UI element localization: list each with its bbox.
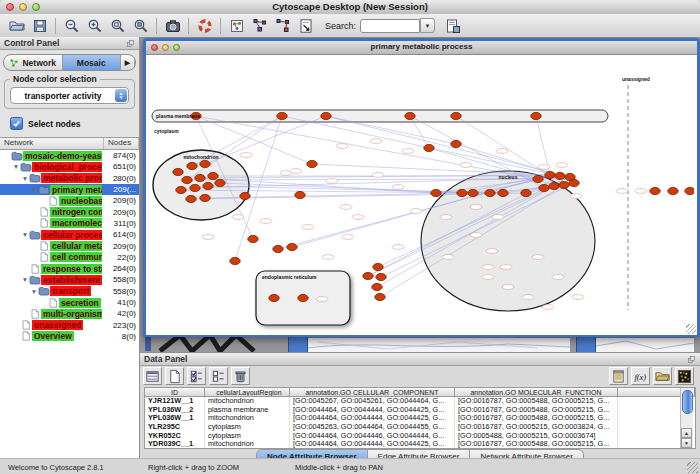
tree-expander-icon[interactable]: ▼ bbox=[21, 175, 29, 182]
network-view-window[interactable]: primary metabolic process plasma membran… bbox=[143, 38, 700, 337]
network-node[interactable] bbox=[533, 175, 543, 182]
zoom-out-button[interactable] bbox=[61, 16, 82, 35]
network-node[interactable] bbox=[200, 160, 210, 167]
network-node[interactable] bbox=[468, 189, 478, 196]
network-node[interactable] bbox=[650, 187, 660, 194]
search-dropdown-button[interactable]: ▼ bbox=[420, 18, 435, 33]
edit-network-button[interactable] bbox=[249, 16, 270, 35]
network-node[interactable] bbox=[539, 184, 549, 191]
function-builder-button[interactable]: f(x) bbox=[631, 367, 650, 385]
select-nodes-checkbox[interactable] bbox=[10, 117, 23, 130]
table-row-ylr295c[interactable]: YLR295Ccytoplasm[GO:0045263, GO:0044464,… bbox=[145, 423, 695, 432]
tree-expander-icon[interactable]: ▼ bbox=[21, 276, 29, 283]
save-button[interactable] bbox=[29, 16, 50, 35]
network-node[interactable] bbox=[230, 257, 240, 264]
network-node[interactable] bbox=[685, 187, 694, 194]
tree-row-response-to-stimulu[interactable]: response to stimulu264(0) bbox=[0, 263, 139, 274]
column-header-annotation-go-molecular-function[interactable]: annotation.GO MOLECULAR_FUNCTION bbox=[455, 388, 618, 397]
import-attributes-button[interactable] bbox=[653, 367, 672, 385]
network-node[interactable] bbox=[498, 189, 508, 196]
network-node[interactable] bbox=[176, 186, 186, 193]
table-scrollbar[interactable]: ▲ ▼ bbox=[680, 388, 693, 448]
tree-row-nitrogen-compo[interactable]: nitrogen compo209(0) bbox=[0, 206, 139, 217]
network-node[interactable] bbox=[248, 235, 258, 242]
network-node[interactable] bbox=[485, 189, 495, 196]
column-header-id[interactable]: ID bbox=[145, 388, 205, 397]
node-color-dropdown[interactable]: transporter activity ▲▼ bbox=[10, 87, 129, 104]
select-attributes-button[interactable] bbox=[187, 367, 206, 385]
tab-mosaic[interactable]: Mosaic bbox=[63, 55, 122, 70]
network-window-titlebar[interactable]: primary metabolic process bbox=[146, 41, 697, 55]
tree-row-metabolic-process[interactable]: ▼metabolic process280(0) bbox=[0, 173, 139, 184]
resize-grip-icon[interactable] bbox=[686, 324, 696, 334]
tree-row-multi-organism-pro[interactable]: multi-organism pro42(0) bbox=[0, 308, 139, 319]
attribute-table-button[interactable] bbox=[143, 367, 162, 385]
scroll-down-button[interactable]: ▼ bbox=[681, 438, 692, 448]
notes-button[interactable] bbox=[609, 367, 628, 385]
region-mitochondrion[interactable] bbox=[153, 150, 249, 220]
network-node[interactable] bbox=[321, 112, 331, 119]
network-node[interactable] bbox=[569, 179, 579, 186]
network-node[interactable] bbox=[187, 162, 197, 169]
tree-column-nodes[interactable]: Nodes bbox=[104, 138, 139, 149]
network-node[interactable] bbox=[295, 191, 305, 198]
tab-network[interactable]: Network bbox=[4, 55, 63, 70]
network-node[interactable] bbox=[277, 112, 287, 119]
tree-expander-icon[interactable]: ▼ bbox=[30, 186, 38, 193]
network-node[interactable] bbox=[668, 187, 678, 194]
network-node[interactable] bbox=[190, 184, 200, 191]
network-node[interactable] bbox=[451, 140, 461, 147]
network-node[interactable] bbox=[208, 172, 218, 179]
network-node[interactable] bbox=[531, 112, 541, 119]
network-canvas[interactable]: plasma membranecytoplasmmitochondrionnuc… bbox=[146, 55, 697, 335]
network-node[interactable] bbox=[424, 144, 434, 151]
table-row-ydr039c__1[interactable]: YDR039C__1mitochondrion[GO:0044464, GO:0… bbox=[145, 440, 695, 449]
tree-row-cellular-process[interactable]: ▼cellular process614(0) bbox=[0, 229, 139, 240]
network-node[interactable] bbox=[215, 179, 225, 186]
search-input[interactable] bbox=[360, 19, 420, 33]
network-node[interactable] bbox=[431, 189, 441, 196]
tree-row-mosaic-demo-yeast[interactable]: mosaic-demo-yeast874(0) bbox=[0, 150, 139, 161]
unselect-attributes-button[interactable] bbox=[209, 367, 228, 385]
network-node[interactable] bbox=[203, 182, 213, 189]
table-row-ypl036w__1[interactable]: YPL036W__1mitochondrion[GO:0044464, GO:0… bbox=[145, 414, 695, 423]
tree-row-overview[interactable]: Overview8(0) bbox=[0, 331, 139, 342]
network-node[interactable] bbox=[373, 263, 383, 270]
network-node[interactable] bbox=[298, 294, 308, 301]
table-row-ypl036w__2[interactable]: YPL036W__2plasma membrane[GO:0044464, GO… bbox=[145, 406, 695, 415]
network-node[interactable] bbox=[287, 243, 297, 250]
edit-network-2-button[interactable] bbox=[272, 16, 293, 35]
network-node[interactable] bbox=[405, 112, 415, 119]
column-header-annotation-go-cellular-component[interactable]: annotation.GO CELLULAR_COMPONENT bbox=[290, 388, 455, 397]
network-node[interactable] bbox=[200, 194, 210, 201]
float-panel-icon[interactable] bbox=[687, 355, 696, 364]
tree-row-unassigned[interactable]: unassigned223(0) bbox=[0, 319, 139, 330]
resize-grip-icon[interactable] bbox=[687, 462, 698, 473]
tree-row-cell-communicat[interactable]: cell communicat22(0) bbox=[0, 252, 139, 263]
tree-row-cellular-metabo[interactable]: cellular metabo209(0) bbox=[0, 240, 139, 251]
tree-row-macromolecule[interactable]: macromolecule311(0) bbox=[0, 218, 139, 229]
scroll-up-button[interactable]: ▲ bbox=[681, 428, 692, 438]
zoom-fit-button[interactable] bbox=[107, 16, 128, 35]
network-node[interactable] bbox=[457, 189, 467, 196]
network-node[interactable] bbox=[186, 195, 196, 202]
network-edge[interactable] bbox=[282, 116, 560, 176]
window-titlebar[interactable]: Cytoscape Desktop (New Session) bbox=[0, 0, 700, 15]
tree-expander-icon[interactable]: ▼ bbox=[21, 231, 29, 238]
help-button[interactable] bbox=[194, 16, 215, 35]
table-row-ykr052c[interactable]: YKR052Ccytoplasm[GO:0044464, GO:0044446,… bbox=[145, 432, 695, 441]
tree-row-establishment-of-lo[interactable]: ▼establishment of lo558(0) bbox=[0, 274, 139, 285]
network-node[interactable] bbox=[240, 192, 250, 199]
tree-row-transport[interactable]: ▼transport558(0) bbox=[0, 286, 139, 297]
network-node[interactable] bbox=[521, 189, 531, 196]
network-node[interactable] bbox=[549, 182, 559, 189]
zoom-selected-button[interactable] bbox=[130, 16, 151, 35]
zoom-in-button[interactable] bbox=[84, 16, 105, 35]
annotation-button[interactable] bbox=[295, 16, 316, 35]
network-node[interactable] bbox=[555, 172, 565, 179]
network-node[interactable] bbox=[307, 160, 317, 167]
open-file-button[interactable] bbox=[6, 16, 27, 35]
layout-button[interactable] bbox=[226, 16, 247, 35]
network-node[interactable] bbox=[363, 272, 373, 279]
network-node[interactable] bbox=[376, 273, 386, 280]
